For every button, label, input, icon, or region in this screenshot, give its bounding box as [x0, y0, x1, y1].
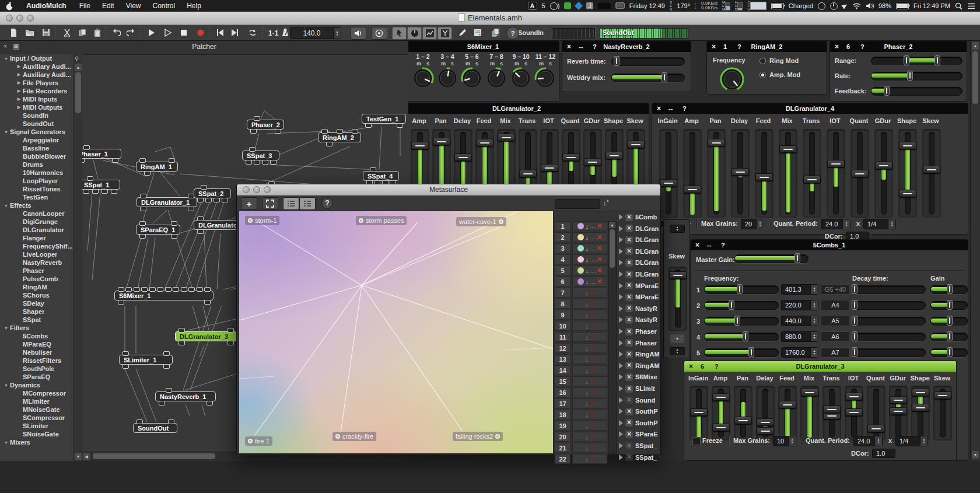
node-port[interactable] [228, 328, 234, 333]
menu-edit[interactable]: Edit [96, 2, 120, 10]
sidebar-item-dlgranulator[interactable]: DLGranulator [15, 226, 74, 234]
slider-handle[interactable] [947, 331, 953, 341]
comb-frequency-field[interactable]: 440.0▴▾ [781, 316, 818, 326]
automatable-param-row[interactable]: ×SLimit [619, 383, 660, 394]
node-port[interactable] [159, 401, 165, 405]
delete-snapshot-icon[interactable]: × [590, 312, 594, 318]
solo-button[interactable]: s [500, 61, 503, 67]
slider-handle[interactable] [757, 427, 774, 435]
sidebar-item-auxiliary-audi-[interactable]: ▶Auxiliary Audi... [15, 62, 74, 71]
slider-handle[interactable] [934, 391, 951, 399]
location-icon[interactable] [842, 4, 848, 8]
quant-ratio-field[interactable]: 1/4▴▾ [863, 219, 896, 229]
slider-handle[interactable] [660, 179, 677, 187]
sidebar-item-nastyreverb[interactable]: NastyReverb [15, 258, 74, 267]
chat-icon[interactable] [818, 2, 825, 10]
menu-file[interactable]: File [74, 2, 96, 10]
tempo-stepper[interactable]: ▴▾ [333, 28, 341, 39]
region-label-crackly-fire[interactable]: crackly-fire [332, 432, 376, 441]
sidebar-item-file-players[interactable]: ▶File Players [15, 79, 74, 87]
slider-handle[interactable] [708, 139, 725, 146]
comb-note-display[interactable]: A6 [821, 331, 850, 342]
slider-handle[interactable] [669, 271, 687, 279]
automatable-param-row[interactable]: ×NastyR [619, 314, 660, 325]
scroll-thumb[interactable] [972, 51, 978, 104]
v-slider[interactable] [778, 386, 797, 440]
node-port[interactable] [82, 158, 85, 163]
stepper-icon[interactable]: ▴▾ [810, 316, 818, 326]
store-snapshot-icon[interactable]: ↓ [585, 400, 589, 407]
delete-snapshot-icon[interactable]: × [597, 245, 601, 251]
node-port[interactable] [139, 221, 146, 226]
tree-expanded-icon[interactable]: ▼ [2, 383, 10, 387]
comb-gain-slider[interactable] [930, 348, 968, 357]
undo-button[interactable] [110, 27, 123, 39]
quant-period-field[interactable]: 24.0▴▾ [821, 219, 850, 229]
metasurface-field[interactable]: storm-1storm passeswater-cave-1fire-1cra… [239, 211, 554, 454]
node-port[interactable] [321, 129, 328, 134]
expand-triangle-icon[interactable] [619, 363, 623, 369]
node-port[interactable] [204, 287, 211, 292]
node-port[interactable] [204, 300, 211, 305]
notification-list-icon[interactable] [967, 3, 975, 9]
param-toggle-icon[interactable]: × [625, 442, 633, 450]
comb-decay-slider[interactable] [852, 285, 926, 294]
expand-triangle-icon[interactable] [619, 397, 623, 403]
comb-gain-slider[interactable] [930, 285, 968, 294]
solo-button[interactable]: s [475, 61, 478, 67]
v-slider[interactable] [755, 129, 774, 218]
expand-triangle-icon[interactable] [619, 443, 623, 449]
sidebar-item-input-output[interactable]: ▼Input / Output [2, 54, 74, 62]
slider-handle[interactable] [923, 166, 940, 173]
tempo-value[interactable]: 140.0 [290, 29, 333, 37]
snapshot-row[interactable]: ↓× [572, 354, 607, 364]
comb-decay-slider[interactable] [852, 333, 926, 341]
stepper-icon[interactable]: ▴▾ [756, 219, 764, 229]
sidebar-item-sdelay[interactable]: SDelay [15, 299, 74, 307]
solo-button[interactable]: s [549, 61, 552, 67]
node-port[interactable] [352, 129, 358, 134]
slider-handle[interactable] [851, 170, 869, 177]
region-label-falling-rocks2[interactable]: falling rocks2 [453, 432, 503, 441]
sidebar-item-southpole[interactable]: SouthPole [15, 365, 74, 373]
stepper-icon[interactable]: ▴▾ [842, 219, 850, 229]
mute-button[interactable]: m [539, 61, 544, 67]
slider-handle[interactable] [729, 300, 734, 310]
node-port[interactable] [205, 198, 212, 202]
automatable-param-row[interactable]: ×MParaE [619, 281, 660, 291]
open-file-button[interactable] [23, 27, 36, 39]
node-port[interactable] [140, 194, 146, 198]
comb-note-display[interactable]: G5 +40 [821, 284, 850, 295]
slider-handle[interactable] [606, 152, 623, 159]
node-port[interactable] [112, 158, 118, 163]
slider-handle[interactable] [852, 331, 858, 341]
tree-collapsed-icon[interactable]: ▶ [15, 64, 23, 69]
v-slider[interactable] [867, 386, 886, 440]
play-selection-button[interactable] [161, 27, 174, 39]
sidebar-item-mixers[interactable]: ▼Mixers [2, 438, 74, 446]
expand-triangle-icon[interactable] [619, 328, 623, 334]
menu-app-name[interactable]: AudioMulch [19, 2, 74, 10]
slider-handle[interactable] [852, 284, 858, 294]
node-port[interactable] [165, 287, 172, 292]
node-port[interactable] [249, 147, 256, 152]
v-slider[interactable] [756, 386, 775, 440]
stepper-icon[interactable]: ▴▾ [810, 348, 818, 357]
record-button[interactable] [194, 27, 207, 39]
slider-handle[interactable] [779, 145, 797, 153]
slider-handle[interactable] [684, 186, 701, 193]
patch-node-sspat_3[interactable]: SSpat_3 [242, 151, 279, 160]
region-label-water-cave-1[interactable]: water-cave-1 [456, 217, 506, 226]
copy-button[interactable] [76, 27, 89, 39]
node-port[interactable] [178, 328, 185, 333]
mute-button[interactable]: m [466, 61, 470, 67]
snapshot-row[interactable]: ↓× [572, 332, 607, 342]
solo-button[interactable]: s [451, 61, 454, 67]
param-toggle-icon[interactable]: × [625, 385, 633, 393]
param-toggle-icon[interactable]: × [625, 408, 633, 415]
delete-snapshot-icon[interactable]: × [590, 433, 594, 440]
comb-frequency-slider[interactable] [704, 285, 779, 294]
mem-meter[interactable]: MEM [722, 1, 730, 11]
automatable-param-row[interactable]: ×NastyR [619, 303, 660, 314]
automation-pen-button[interactable] [456, 27, 469, 39]
